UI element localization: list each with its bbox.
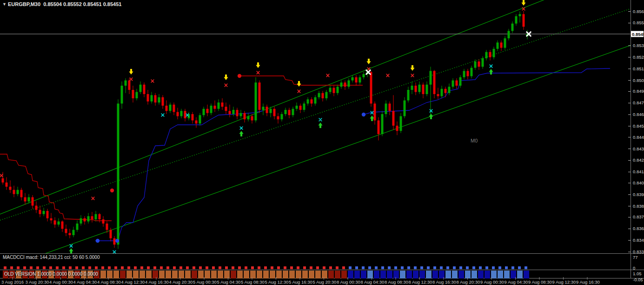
old-version-bar (445, 271, 451, 278)
macdcci-dot (69, 266, 72, 269)
old-version-bar (192, 271, 197, 278)
candle-body (392, 111, 395, 126)
candle-body (411, 86, 413, 90)
candle-body (452, 81, 454, 87)
macdcci-dot (407, 266, 410, 269)
macdcci-dot (10, 266, 13, 269)
macdcci-dot (492, 266, 495, 269)
price-axis-label: 0.83710 (633, 214, 644, 219)
price-axis-label: 0.84795 (633, 100, 644, 105)
macdcci-dot (414, 266, 417, 269)
candle-body (422, 85, 425, 94)
macdcci-dot (453, 266, 456, 269)
time-axis-label: 8 Aug 08:30 (385, 279, 408, 285)
old-version-bar (374, 271, 379, 278)
candle-body (54, 220, 56, 224)
macdcci-dot (375, 266, 378, 269)
chart-watermark: M0 (471, 138, 478, 143)
macdcci-dot (127, 266, 130, 269)
candle-body (318, 93, 320, 97)
old-version-bar (354, 271, 360, 278)
candle-body (288, 110, 291, 115)
candle-body (117, 103, 120, 244)
candle-body (232, 110, 235, 114)
old-version-bar (120, 271, 126, 278)
candle-body (166, 106, 168, 111)
time-axis-label: 8 Aug 12:30 (409, 279, 432, 285)
price-axis-label: 0.84470 (633, 135, 644, 140)
candle-body (445, 89, 447, 93)
macdcci-dot (186, 266, 189, 269)
time-axis-label: 5 Aug 08:30 (241, 279, 265, 285)
old-version-bar (517, 271, 523, 278)
candle-body (39, 210, 41, 214)
macdcci-dot (251, 266, 254, 269)
old-version-bar (166, 271, 171, 278)
candle-body (385, 103, 387, 114)
collapse-quote-icon[interactable]: ▼ (2, 2, 7, 7)
candle-body (437, 94, 439, 96)
candle-body (299, 106, 302, 110)
time-axis-label: 9 Aug 12:30 (552, 279, 576, 285)
old-version-bar (328, 271, 334, 278)
macdcci-dot (108, 266, 111, 269)
candle-body (61, 222, 64, 229)
chart-canvas[interactable]: 0.856650.855550.853400.852300.851200.850… (0, 0, 644, 285)
old-version-bar (471, 271, 477, 278)
old-version-bar (367, 271, 373, 278)
candle-body (113, 238, 116, 245)
subpanel-scale-label: -0.05 (633, 277, 643, 282)
candle-body (363, 74, 365, 77)
ohlc-quote: 0.85504 0.85552 0.85451 0.85451 (43, 1, 121, 7)
candle-body (177, 112, 179, 116)
old-version-bar (289, 271, 295, 278)
time-axis-label: 5 Aug 04:30 (217, 279, 241, 285)
candle-body (13, 190, 15, 194)
time-axis-label: 4 Aug 04:30 (73, 279, 97, 285)
candle-body (87, 216, 90, 221)
candle-body (504, 38, 506, 48)
macdcci-dot (310, 266, 312, 269)
candle-body (303, 103, 305, 110)
time-axis-label: 8 Aug 04:30 (361, 279, 385, 285)
candle-body (244, 113, 246, 120)
macdcci-dot (160, 266, 163, 269)
candle-body (322, 93, 324, 98)
old-version-bar (263, 271, 269, 278)
candle-body (259, 82, 261, 110)
macdcci-dot (427, 266, 430, 269)
macdcci-dot (368, 266, 371, 269)
candle-body (251, 116, 253, 121)
candle-body (266, 107, 268, 113)
price-axis-label: 0.84360 (633, 146, 644, 151)
macdcci-dot (147, 266, 150, 269)
macdcci-dot (225, 266, 228, 269)
price-axis-label: 0.84140 (633, 169, 644, 174)
macdcci-dot (518, 266, 521, 269)
macdcci-dot (329, 266, 332, 269)
old-version-bar (296, 271, 301, 278)
chart-title-bar: ▼ EURGBP,M30 0.85504 0.85552 0.85451 0.8… (2, 1, 121, 7)
macdcci-dot (238, 266, 241, 269)
candle-body (400, 116, 402, 131)
candle-body (73, 230, 75, 235)
price-axis-label: 0.85230 (633, 54, 644, 60)
macdcci-dot (219, 266, 221, 269)
candle-body (143, 85, 146, 94)
candle-body (206, 109, 209, 113)
old-version-bar (237, 271, 243, 278)
old-version-bar (458, 271, 464, 278)
candle-body (456, 81, 458, 86)
macdcci-dot (101, 266, 104, 269)
macdcci-dot (394, 266, 397, 269)
candle-body (508, 31, 510, 38)
old-version-bar (478, 271, 484, 278)
macdcci-dot (336, 266, 339, 269)
candle-body (374, 103, 376, 120)
candle-body (147, 94, 149, 102)
macdcci-dot (121, 266, 124, 269)
candle-body (139, 85, 142, 92)
price-axis-label: 0.83925 (633, 192, 644, 197)
old-version-bar (126, 271, 132, 278)
macdcci-dot (284, 266, 286, 269)
